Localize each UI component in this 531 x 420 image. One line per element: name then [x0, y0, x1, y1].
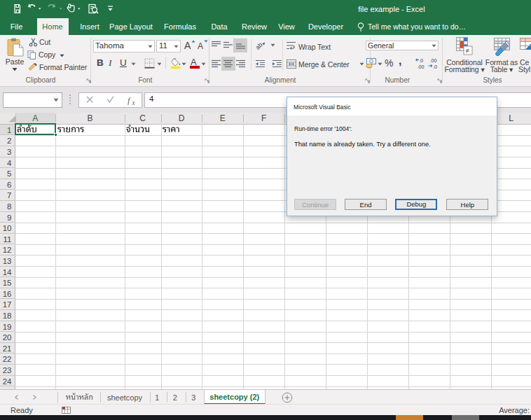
svg-text:.00: .00 [418, 64, 425, 70]
svg-text:.0: .0 [433, 64, 437, 70]
svg-text:ab: ab [256, 41, 264, 50]
svg-text:f: f [127, 96, 131, 106]
svg-text:x: x [132, 99, 136, 106]
svg-text:A: A [184, 40, 191, 51]
svg-text:A: A [198, 41, 203, 51]
svg-text:≠: ≠ [466, 47, 470, 55]
